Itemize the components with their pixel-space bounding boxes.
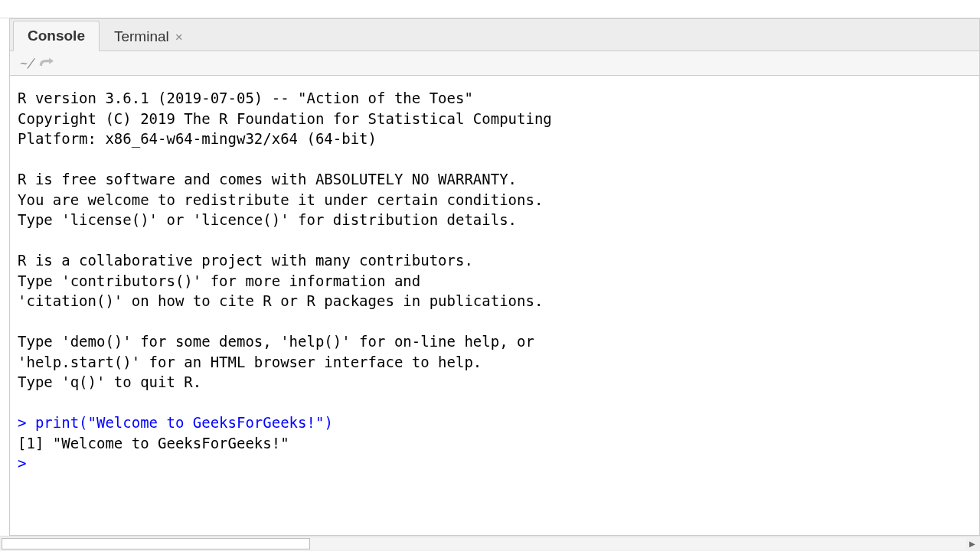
console-line: Type 'contributors()' for more informati… [18, 272, 420, 289]
console-command: print("Welcome to GeeksForGeeks!") [35, 414, 333, 431]
console-toolbar: ~/ [10, 51, 979, 76]
console-line: R version 3.6.1 (2019-07-05) -- "Action … [18, 90, 473, 106]
console-line: 'citation()' on how to cite R or R packa… [18, 292, 543, 309]
scrollbar-track[interactable] [2, 538, 966, 549]
tab-terminal-label: Terminal [114, 28, 169, 45]
console-prompt: > [18, 414, 35, 431]
console-line: You are welcome to redistribute it under… [18, 191, 543, 208]
share-arrow-icon[interactable] [38, 57, 54, 70]
scroll-right-arrow-icon[interactable]: ▶ [966, 536, 978, 551]
window-top-strip [0, 0, 980, 18]
console-output-line: [1] "Welcome to GeeksForGeeks!" [18, 435, 289, 452]
scrollbar-thumb[interactable] [2, 538, 310, 549]
console-prompt[interactable]: > [18, 455, 35, 471]
console-line: R is free software and comes with ABSOLU… [18, 171, 517, 187]
console-line: R is a collaborative project with many c… [18, 252, 473, 269]
console-output[interactable]: R version 3.6.1 (2019-07-05) -- "Action … [10, 76, 979, 535]
console-line: Type 'license()' or 'licence()' for dist… [18, 211, 517, 228]
tab-console[interactable]: Console [13, 21, 100, 51]
tab-console-label: Console [28, 28, 85, 44]
close-icon[interactable]: × [175, 31, 183, 44]
console-line: 'help.start()' for an HTML browser inter… [18, 354, 482, 370]
console-line: Platform: x86_64-w64-mingw32/x64 (64-bit… [18, 130, 377, 147]
tab-terminal[interactable]: Terminal × [100, 21, 198, 51]
console-line: Copyright (C) 2019 The R Foundation for … [18, 110, 552, 127]
tab-bar: Console Terminal × [10, 19, 979, 51]
horizontal-scrollbar[interactable]: ▶ [0, 536, 980, 551]
console-panel: Console Terminal × ~/ R version 3.6.1 (2… [9, 18, 980, 536]
console-line: Type 'demo()' for some demos, 'help()' f… [18, 333, 534, 350]
console-line: Type 'q()' to quit R. [18, 373, 201, 390]
working-directory-label[interactable]: ~/ [19, 56, 34, 70]
